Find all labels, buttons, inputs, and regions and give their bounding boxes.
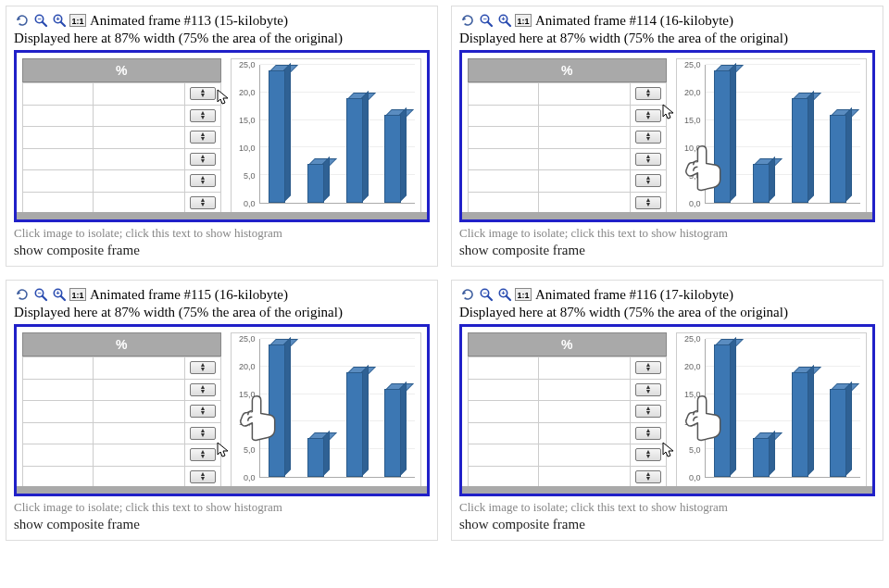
- composite-frame-link[interactable]: show composite frame: [14, 243, 430, 258]
- zoom-out-icon[interactable]: −: [32, 12, 49, 29]
- stepper-cell[interactable]: ▲▼: [631, 83, 666, 106]
- table-cell: [94, 357, 185, 380]
- spinner-button[interactable]: ▲▼: [190, 361, 216, 374]
- reload-icon[interactable]: [14, 286, 31, 303]
- stepper-cell[interactable]: ▲▼: [631, 444, 666, 467]
- spinner-button[interactable]: ▲▼: [635, 109, 661, 122]
- stepper-cell[interactable]: ▲▼: [631, 170, 666, 193]
- spinner-button[interactable]: ▲▼: [190, 131, 216, 144]
- one-to-one-icon[interactable]: 1:1: [69, 286, 86, 303]
- stepper-cell[interactable]: ▲▼: [631, 467, 666, 489]
- one-to-one-icon[interactable]: 1:1: [515, 286, 532, 303]
- stepper-cell[interactable]: ▲▼: [631, 193, 666, 215]
- spinner-button[interactable]: ▲▼: [635, 427, 661, 440]
- bar: [830, 109, 846, 203]
- histogram-link[interactable]: Click image to isolate; click this text …: [14, 500, 430, 515]
- spinner-button[interactable]: ▲▼: [635, 153, 661, 166]
- one-to-one-icon[interactable]: 1:1: [69, 12, 86, 29]
- y-tick-label: 10,0: [239, 418, 256, 427]
- table-cell: [23, 357, 94, 380]
- spinner-button[interactable]: ▲▼: [190, 87, 216, 100]
- bar: [346, 367, 363, 477]
- spinner-button[interactable]: ▲▼: [635, 361, 661, 374]
- plot-area: [259, 65, 415, 204]
- spinner-button[interactable]: ▲▼: [190, 153, 216, 166]
- zoom-in-icon[interactable]: +: [496, 286, 513, 303]
- spinner-button[interactable]: ▲▼: [190, 196, 216, 209]
- stepper-cell[interactable]: ▲▼: [631, 149, 666, 171]
- y-tick-label: 25,0: [239, 60, 256, 69]
- y-axis: 0,05,010,015,020,025,0: [679, 339, 703, 478]
- spinner-button[interactable]: ▲▼: [635, 87, 661, 100]
- zoom-in-icon[interactable]: +: [51, 286, 68, 303]
- stepper-cell[interactable]: ▲▼: [185, 380, 220, 402]
- zoom-in-icon[interactable]: +: [496, 12, 513, 29]
- stepper-cell[interactable]: ▲▼: [185, 357, 220, 380]
- stepper-cell[interactable]: ▲▼: [631, 127, 666, 149]
- histogram-link[interactable]: Click image to isolate; click this text …: [459, 226, 875, 241]
- composite-frame-link[interactable]: show composite frame: [459, 243, 875, 258]
- spinner-button[interactable]: ▲▼: [190, 109, 216, 122]
- spinner-button[interactable]: ▲▼: [635, 131, 661, 144]
- stepper-cell[interactable]: ▲▼: [631, 357, 666, 380]
- spinner-button[interactable]: ▲▼: [635, 470, 661, 483]
- zoom-out-icon[interactable]: −: [478, 286, 495, 303]
- spinner-button[interactable]: ▲▼: [635, 196, 661, 209]
- zoom-out-icon[interactable]: −: [32, 286, 49, 303]
- table-panel: %▲▼▲▼▲▼▲▼▲▼▲▼: [22, 332, 221, 488]
- spinner-button[interactable]: ▲▼: [190, 470, 216, 483]
- stepper-cell[interactable]: ▲▼: [185, 83, 220, 106]
- histogram-link[interactable]: Click image to isolate; click this text …: [459, 500, 875, 515]
- composite-frame-link[interactable]: show composite frame: [459, 517, 875, 532]
- stepper-cell[interactable]: ▲▼: [631, 106, 666, 128]
- stepper-cell[interactable]: ▲▼: [631, 423, 666, 445]
- bar: [792, 93, 808, 203]
- reload-icon[interactable]: [459, 12, 476, 29]
- spinner-button[interactable]: ▲▼: [190, 383, 216, 396]
- stepper-cell[interactable]: ▲▼: [185, 401, 220, 423]
- svg-line-4: [61, 22, 65, 26]
- zoom-out-icon[interactable]: −: [478, 12, 495, 29]
- chart-panel: 0,05,010,015,020,025,0: [676, 332, 867, 488]
- histogram-link[interactable]: Click image to isolate; click this text …: [14, 226, 430, 241]
- frame-preview[interactable]: %▲▼▲▼▲▼▲▼▲▼▲▼0,05,010,015,020,025,0: [459, 50, 875, 222]
- zoom-in-icon[interactable]: +: [51, 12, 68, 29]
- frame-preview[interactable]: %▲▼▲▼▲▼▲▼▲▼▲▼0,05,010,015,020,025,0: [14, 324, 430, 496]
- frame-preview[interactable]: %▲▼▲▼▲▼▲▼▲▼▲▼0,05,010,015,020,025,0: [459, 324, 875, 496]
- stepper-cell[interactable]: ▲▼: [185, 127, 220, 149]
- table-cell: [469, 401, 539, 423]
- spinner-button[interactable]: ▲▼: [190, 427, 216, 440]
- stepper-cell[interactable]: ▲▼: [185, 149, 220, 171]
- stepper-cell[interactable]: ▲▼: [631, 401, 666, 423]
- stepper-cell[interactable]: ▲▼: [631, 380, 666, 402]
- reload-icon[interactable]: [14, 12, 31, 29]
- y-tick-label: 25,0: [684, 60, 701, 69]
- table-cell: [469, 423, 539, 445]
- spinner-button[interactable]: ▲▼: [635, 174, 661, 187]
- one-to-one-icon[interactable]: 1:1: [515, 12, 532, 29]
- spinner-button[interactable]: ▲▼: [635, 448, 661, 461]
- reload-icon[interactable]: [459, 286, 476, 303]
- spinner-button[interactable]: ▲▼: [190, 405, 216, 418]
- frame-preview[interactable]: %▲▼▲▼▲▼▲▼▲▼▲▼0,05,010,015,020,025,0: [14, 50, 430, 222]
- y-tick-label: 5,0: [244, 445, 256, 455]
- plot-area: [705, 65, 860, 204]
- bar: [714, 339, 731, 477]
- stepper-cell[interactable]: ▲▼: [185, 423, 220, 445]
- y-tick-label: 10,0: [239, 144, 256, 153]
- spinner-button[interactable]: ▲▼: [190, 174, 216, 187]
- table-cell: [23, 423, 94, 445]
- stepper-cell[interactable]: ▲▼: [185, 444, 220, 467]
- spinner-button[interactable]: ▲▼: [190, 448, 216, 461]
- stepper-cell[interactable]: ▲▼: [185, 106, 220, 128]
- table-cell: [469, 444, 539, 467]
- table-cell: [469, 380, 539, 402]
- stepper-cell[interactable]: ▲▼: [185, 193, 220, 215]
- stepper-cell[interactable]: ▲▼: [185, 170, 220, 193]
- y-tick-label: 0,0: [689, 473, 701, 482]
- stepper-cell[interactable]: ▲▼: [185, 467, 220, 489]
- table-cell: [539, 83, 631, 106]
- composite-frame-link[interactable]: show composite frame: [14, 517, 430, 532]
- spinner-button[interactable]: ▲▼: [635, 405, 661, 418]
- spinner-button[interactable]: ▲▼: [635, 383, 661, 396]
